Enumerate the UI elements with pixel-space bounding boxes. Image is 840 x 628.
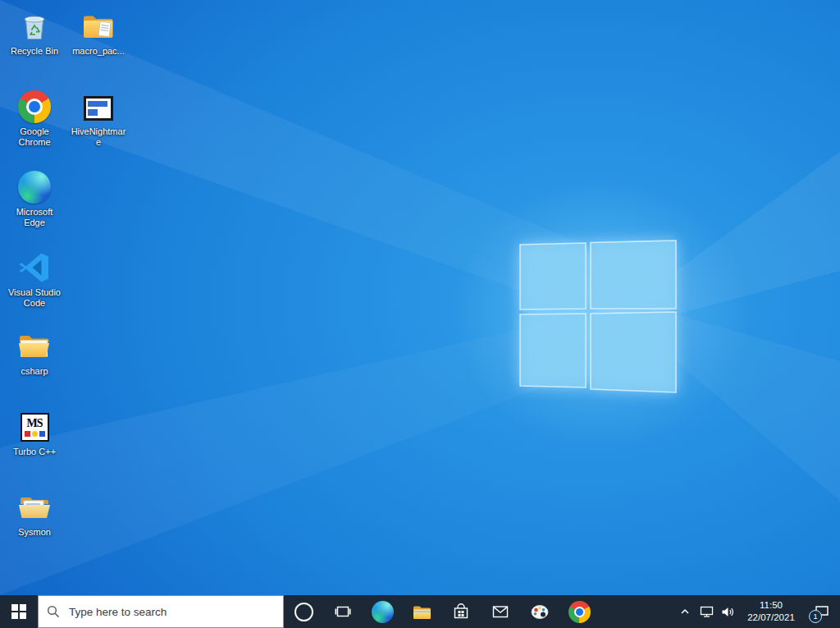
desktop-icon-sysmon[interactable]: Sysmon [3,486,66,538]
folder-document-icon [80,5,116,43]
tray-hidden-icons-button[interactable] [674,595,696,628]
msdos-color-stripe [25,431,45,437]
desktop-icon-csharp[interactable]: csharp [3,325,66,377]
folder-icon [16,325,52,363]
taskbar-mail-button[interactable] [481,595,520,628]
paint-palette-icon [530,603,550,621]
vscode-icon [18,246,51,284]
clock-time: 11:50 [760,599,783,612]
msdos-icon-text: MS [27,418,43,429]
desktop-icon-label: Recycle Bin [11,46,58,57]
taskbar-search[interactable] [38,595,284,628]
edge-icon [18,166,51,204]
edge-icon [372,601,394,623]
msdos-icon: MS [21,406,49,443]
search-input[interactable] [67,605,275,619]
desktop-icon-label: macro_pac... [72,46,125,57]
taskbar-edge-button[interactable] [363,595,402,628]
windows-desktop: Recycle Bin macro_pac... Google Chrome [0,0,840,628]
desktop-icon-microsoft-edge[interactable]: Microsoft Edge [3,166,66,228]
recycle-bin-icon [18,5,51,43]
microsoft-store-icon [452,603,470,621]
taskbar-paint-button[interactable] [520,595,559,628]
desktop-icon-recycle-bin[interactable]: Recycle Bin [3,5,66,57]
task-view-icon [335,603,351,620]
start-button[interactable] [0,595,38,628]
taskbar-spacer [599,595,674,628]
taskbar-file-explorer-button[interactable] [402,595,441,628]
tray-volume-button[interactable] [717,595,738,628]
desktop-icon-label: Google Chrome [5,126,64,148]
desktop-icon-label: Microsoft Edge [5,207,64,228]
desktop-icon-label: Sysmon [18,527,51,538]
app-window-icon [84,85,113,123]
folder-open-icon [16,486,52,524]
windows-start-icon [11,604,26,619]
desktop-icon-label: csharp [21,366,48,377]
task-view-button[interactable] [323,595,363,628]
tray-display-button[interactable] [696,595,717,628]
desktop-icon-hivenightmare[interactable]: HiveNightmare [67,85,130,148]
desktop-icon-label: HiveNightmare [69,126,128,148]
desktop-icon-google-chrome[interactable]: Google Chrome [3,85,66,148]
cortana-button[interactable] [284,595,323,628]
taskbar-clock[interactable]: 11:50 22/07/2021 [738,595,804,628]
windows-logo [515,236,679,397]
desktop-icon-visual-studio-code[interactable]: Visual Studio Code [3,246,66,309]
taskbar: 11:50 22/07/2021 1 [0,595,840,628]
display-icon [700,605,714,618]
desktop-icon-turbo-cpp[interactable]: MS Turbo C++ [3,406,66,457]
action-center-button[interactable]: 1 [804,595,840,628]
chrome-icon [568,601,591,623]
taskbar-store-button[interactable] [441,595,481,628]
chrome-icon [18,85,51,123]
desktop-icon-label: Turbo C++ [13,447,56,457]
speaker-icon [721,606,734,618]
desktop-icon-macro-pac[interactable]: macro_pac... [67,5,130,57]
clock-date: 22/07/2021 [747,612,795,624]
chevron-up-icon [680,607,690,616]
search-icon [47,605,60,618]
notification-badge: 1 [809,610,822,623]
taskbar-chrome-button[interactable] [559,595,599,628]
mail-icon [491,603,509,621]
desktop-icon-label: Visual Studio Code [5,287,64,309]
file-explorer-icon [412,603,432,621]
cortana-icon [294,603,313,621]
